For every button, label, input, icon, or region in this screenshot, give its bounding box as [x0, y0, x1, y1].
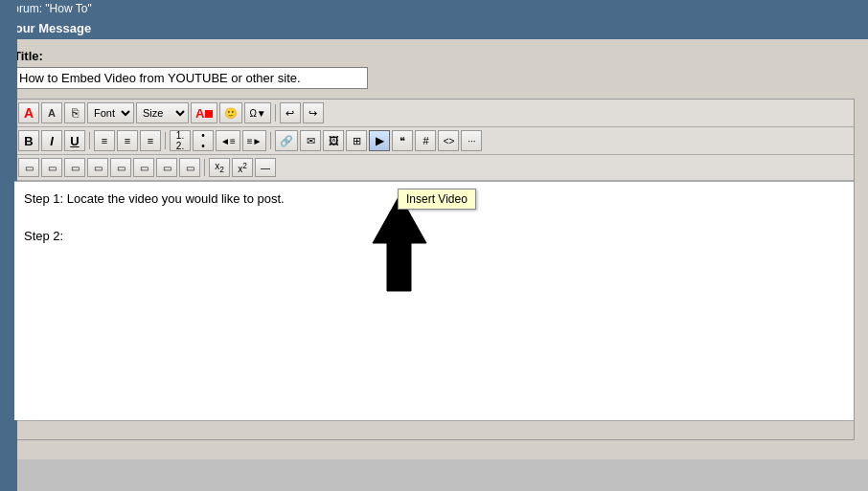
ordered-list-btn[interactable]: 1.2.: [170, 130, 191, 151]
more-icon: ···: [468, 136, 475, 146]
toolbar-row-1: A A ⎘ Font Size A 🙂 Ω▼ ↩: [14, 100, 854, 127]
title-input[interactable]: [13, 67, 368, 89]
hr-btn[interactable]: —: [255, 158, 276, 177]
tool3-1-icon: ▭: [25, 163, 34, 173]
unordered-list-btn[interactable]: • •: [193, 130, 214, 151]
align-left-btn[interactable]: ≡: [94, 130, 115, 151]
special-chars-btn[interactable]: Ω▼: [244, 102, 270, 123]
tool3-4[interactable]: ▭: [87, 158, 108, 177]
format-a-small-btn[interactable]: A: [41, 102, 62, 123]
toolbar-sep-4: [270, 132, 271, 149]
editor-content[interactable]: Step 1: Locate the video you would like …: [14, 181, 854, 420]
your-message-header: Your Message: [0, 17, 868, 39]
email-icon: ✉: [307, 135, 315, 147]
image-icon: 🖼: [329, 135, 339, 146]
toolbar-sep-1: [275, 104, 276, 122]
quote-icon: ❝: [400, 135, 405, 147]
align-right-btn[interactable]: ≡: [140, 130, 161, 151]
tool3-2-icon: ▭: [48, 163, 57, 173]
code-icon: <>: [444, 136, 455, 146]
indent-decrease-btn[interactable]: ◄≡: [216, 130, 240, 151]
insert-video-tooltip: Insert Video: [398, 189, 476, 210]
tool3-3[interactable]: ▭: [64, 158, 85, 177]
toolbar-sep-5: [204, 159, 205, 176]
smiley-btn[interactable]: 🙂: [219, 102, 242, 123]
tool3-8[interactable]: ▭: [179, 158, 200, 177]
insert-image-btn[interactable]: 🖼: [323, 130, 344, 151]
tool3-1[interactable]: ▭: [18, 158, 39, 177]
format-a-bold-btn[interactable]: A: [18, 102, 39, 123]
tool3-5-icon: ▭: [117, 163, 126, 173]
tool3-3-icon: ▭: [71, 163, 80, 173]
table-icon: ⊞: [353, 135, 361, 147]
tool3-5[interactable]: ▭: [110, 158, 131, 177]
indent-increase-btn[interactable]: ≡►: [242, 130, 267, 151]
tool3-6[interactable]: ▭: [133, 158, 154, 177]
outer-container: Title: A A ⎘ Font Size A 🙂 Ω▼: [0, 39, 868, 459]
toolbar-row-2: B I U ≡ ≡ ≡ 1.2. • • ◄≡ ≡► 🔗 ✉ 🖼 ⊞: [14, 127, 854, 155]
size-select[interactable]: Size: [136, 102, 189, 123]
tool3-6-icon: ▭: [140, 163, 148, 173]
insert-quote-btn[interactable]: ❝: [392, 130, 413, 151]
underline-btn[interactable]: U: [64, 130, 85, 151]
smiley-icon: 🙂: [224, 107, 238, 120]
superscript-btn[interactable]: x2: [232, 158, 253, 177]
tool3-8-icon: ▭: [186, 163, 194, 173]
hr-icon: —: [261, 163, 270, 173]
tool3-2[interactable]: ▭: [41, 158, 62, 177]
toolbar-sep-2: [89, 132, 90, 149]
text-color-btn[interactable]: A: [191, 102, 217, 123]
insert-video-btn[interactable]: ▶: [369, 130, 390, 151]
subscript-icon: x2: [215, 161, 224, 174]
undo-icon: ↩: [286, 107, 294, 120]
forum-bar: Forum: "How To": [0, 0, 868, 17]
copy-icon: ⎘: [72, 106, 79, 120]
insert-link-btn[interactable]: 🔗: [275, 130, 298, 151]
insert-code-btn[interactable]: <>: [438, 130, 459, 151]
video-icon: ▶: [376, 134, 384, 147]
color-dot: [205, 110, 213, 118]
insert-table-btn[interactable]: ⊞: [346, 130, 367, 151]
editor-area-wrapper: Step 1: Locate the video you would like …: [14, 181, 854, 420]
undo-btn[interactable]: ↩: [280, 102, 301, 123]
align-center-btn[interactable]: ≡: [117, 130, 138, 151]
redo-icon: ↪: [308, 107, 317, 120]
toolbar-row-3: ▭ ▭ ▭ ▭ ▭ ▭ ▭ ▭ x2 x2 —: [14, 155, 854, 181]
copy-btn[interactable]: ⎘: [64, 102, 85, 123]
content-line-2: Step 2:: [24, 227, 844, 246]
bold-btn[interactable]: B: [18, 130, 39, 151]
tool3-4-icon: ▭: [94, 163, 103, 173]
subscript-btn[interactable]: x2: [209, 158, 230, 177]
tool3-7[interactable]: ▭: [156, 158, 177, 177]
special-chars-icon: Ω▼: [249, 108, 265, 119]
more-btn[interactable]: ···: [461, 130, 482, 151]
editor-bottom: [14, 420, 854, 439]
superscript-icon: x2: [238, 161, 247, 174]
insert-email-btn[interactable]: ✉: [300, 130, 321, 151]
tool3-7-icon: ▭: [163, 163, 171, 173]
editor-wrapper: A A ⎘ Font Size A 🙂 Ω▼ ↩: [13, 99, 855, 440]
title-label: Title:: [13, 49, 855, 63]
link-icon: 🔗: [280, 135, 293, 147]
italic-btn[interactable]: I: [41, 130, 62, 151]
redo-btn[interactable]: ↪: [303, 102, 324, 123]
hash-icon: #: [423, 135, 428, 146]
toolbar-sep-3: [165, 132, 166, 149]
insert-hash-btn[interactable]: #: [415, 130, 436, 151]
font-select[interactable]: Font: [87, 102, 134, 123]
